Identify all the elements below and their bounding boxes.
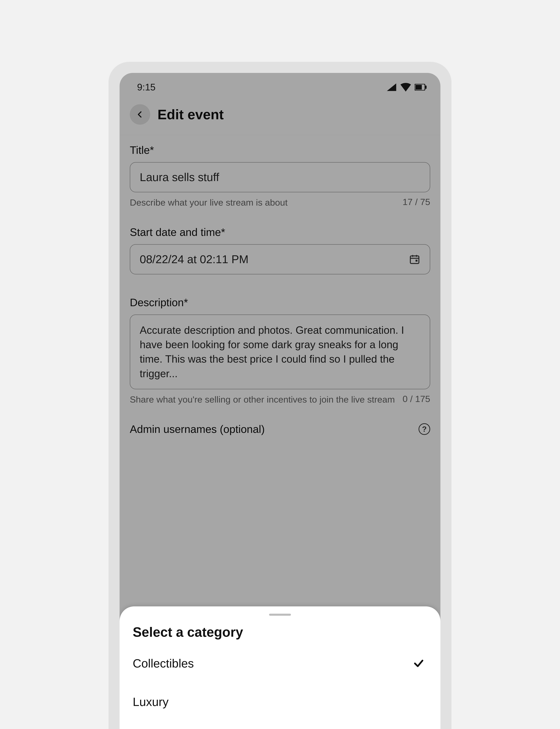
category-option-label: Collectibles: [133, 657, 194, 670]
title-label: Title*: [130, 144, 430, 156]
title-counter: 17 / 75: [403, 197, 430, 207]
status-time: 9:15: [137, 82, 156, 93]
description-counter: 0 / 175: [403, 394, 430, 404]
category-bottom-sheet: Select a category Collectibles Luxury Sn…: [120, 606, 440, 729]
status-bar: 9:15: [120, 73, 440, 96]
title-input[interactable]: [130, 162, 430, 192]
device-frame: 9:15 Edit event Title*: [109, 62, 451, 729]
app-bar: Edit event: [120, 96, 440, 135]
help-icon[interactable]: ?: [419, 423, 430, 435]
battery-icon: [415, 84, 427, 91]
description-label: Description*: [130, 296, 430, 309]
category-option-collectibles[interactable]: Collectibles: [120, 644, 440, 683]
edit-event-form: Title* Describe what your live stream is…: [120, 135, 440, 435]
datetime-label: Start date and time*: [130, 226, 430, 238]
description-hint: Share what you're selling or other incen…: [130, 394, 397, 405]
calendar-icon: [409, 254, 420, 265]
title-hint: Describe what your live stream is about: [130, 197, 397, 209]
category-option-label: Luxury: [133, 695, 169, 709]
svg-rect-1: [415, 85, 422, 90]
description-input[interactable]: Accurate description and photos. Great c…: [130, 315, 430, 389]
page-title: Edit event: [157, 107, 224, 123]
cellular-icon: [386, 83, 397, 91]
check-icon: [413, 658, 424, 669]
category-option-sneakers[interactable]: Sneakers: [120, 721, 440, 729]
admin-label: Admin usernames (optional): [130, 423, 265, 435]
admin-usernames-row: Admin usernames (optional) ?: [130, 423, 430, 435]
sheet-drag-handle[interactable]: [269, 614, 291, 616]
category-option-luxury[interactable]: Luxury: [120, 683, 440, 721]
screen: 9:15 Edit event Title*: [120, 73, 440, 729]
status-icons: [386, 83, 427, 92]
back-button[interactable]: [130, 104, 150, 125]
sheet-title: Select a category: [120, 624, 440, 644]
datetime-value: 08/22/24 at 02:11 PM: [140, 253, 249, 266]
datetime-input[interactable]: 08/22/24 at 02:11 PM: [130, 244, 430, 275]
svg-rect-7: [416, 260, 418, 262]
chevron-left-icon: [136, 111, 144, 118]
wifi-icon: [400, 83, 411, 92]
svg-rect-3: [410, 256, 419, 264]
svg-rect-2: [425, 86, 427, 89]
canvas: 9:15 Edit event Title*: [0, 0, 560, 729]
